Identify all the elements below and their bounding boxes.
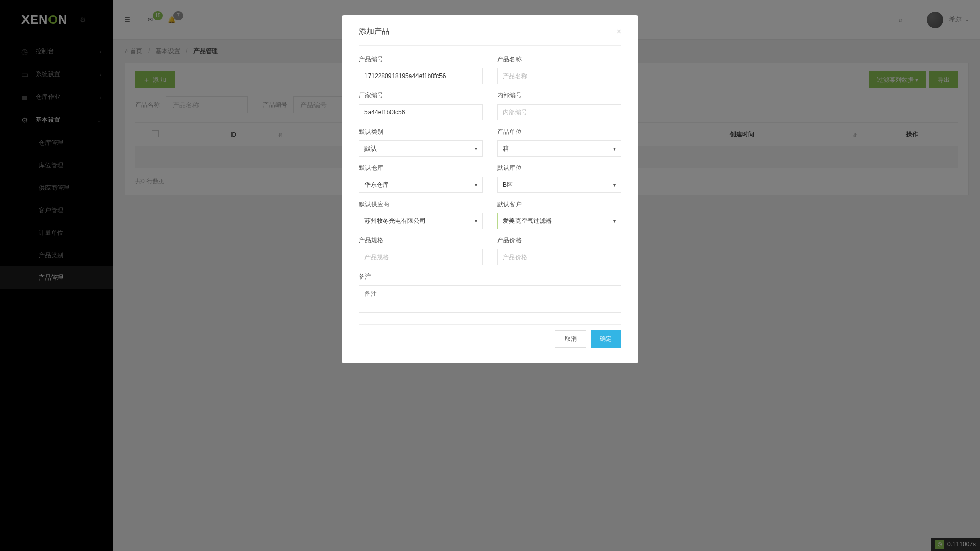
modal-title: 添加产品 <box>359 27 389 36</box>
warehouse-select[interactable]: 华东仓库 ▾ <box>359 177 483 193</box>
supplier-label: 默认供应商 <box>359 200 483 209</box>
product-code-input[interactable] <box>359 68 483 84</box>
product-name-input[interactable] <box>497 68 621 84</box>
confirm-button[interactable]: 确定 <box>591 330 621 348</box>
price-label: 产品价格 <box>497 236 621 245</box>
vendor-code-label: 厂家编号 <box>359 91 483 100</box>
internal-code-label: 内部编号 <box>497 91 621 100</box>
price-input[interactable] <box>497 249 621 265</box>
unit-select[interactable]: 箱 ▾ <box>497 140 621 157</box>
unit-label: 产品单位 <box>497 128 621 136</box>
close-icon[interactable]: × <box>617 27 621 36</box>
caret-down-icon: ▾ <box>475 182 477 188</box>
caret-down-icon: ▾ <box>475 218 477 224</box>
supplier-select[interactable]: 苏州牧冬光电有限公司 ▾ <box>359 213 483 229</box>
warehouse-value: 华东仓库 <box>364 181 389 189</box>
modal-footer: 取消 确定 <box>342 325 638 363</box>
customer-value: 爱美克空气过滤器 <box>503 217 552 226</box>
unit-value: 箱 <box>503 144 509 153</box>
location-label: 默认库位 <box>497 164 621 172</box>
product-name-label: 产品名称 <box>497 55 621 64</box>
caret-down-icon: ▾ <box>475 146 477 152</box>
spec-input[interactable] <box>359 249 483 265</box>
location-select[interactable]: B区 ▾ <box>497 177 621 193</box>
customer-select[interactable]: 爱美克空气过滤器 ▾ <box>497 213 621 229</box>
cancel-button[interactable]: 取消 <box>555 330 586 348</box>
vendor-code-input[interactable] <box>359 104 483 120</box>
internal-code-input[interactable] <box>497 104 621 120</box>
remark-label: 备注 <box>359 272 621 281</box>
caret-down-icon: ▾ <box>613 218 616 224</box>
warehouse-label: 默认仓库 <box>359 164 483 172</box>
category-label: 默认类别 <box>359 128 483 136</box>
category-select[interactable]: 默认 ▾ <box>359 140 483 157</box>
add-product-modal: 添加产品 × 产品编号 产品名称 厂家编号 内部编号 <box>342 15 638 363</box>
customer-label: 默认客户 <box>497 200 621 209</box>
remark-textarea[interactable] <box>359 285 621 313</box>
category-value: 默认 <box>364 144 377 153</box>
confirm-label: 确定 <box>600 335 612 342</box>
caret-down-icon: ▾ <box>613 146 616 152</box>
modal-header: 添加产品 × <box>342 15 638 39</box>
product-code-label: 产品编号 <box>359 55 483 64</box>
location-value: B区 <box>503 181 513 189</box>
supplier-value: 苏州牧冬光电有限公司 <box>364 217 426 226</box>
caret-down-icon: ▾ <box>613 182 616 188</box>
cancel-label: 取消 <box>565 335 577 342</box>
spec-label: 产品规格 <box>359 236 483 245</box>
modal-body: 产品编号 产品名称 厂家编号 内部编号 默认类别 默认 <box>342 46 638 324</box>
